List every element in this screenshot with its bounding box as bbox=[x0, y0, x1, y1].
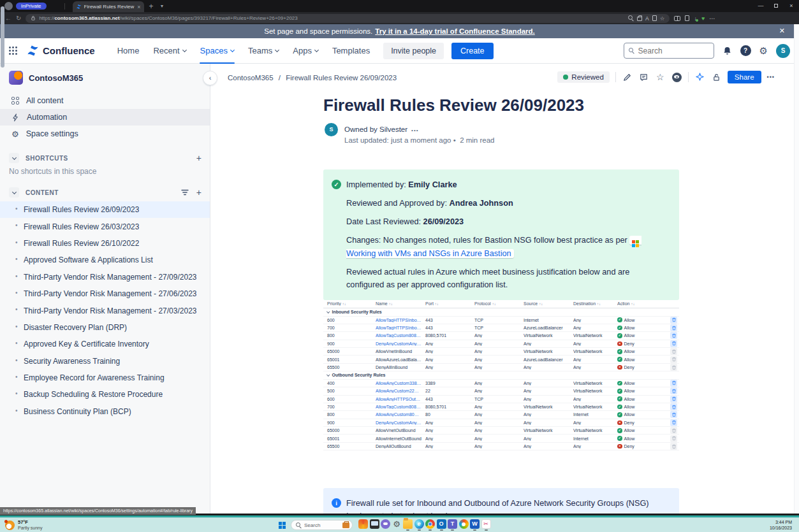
create-button[interactable]: Create bbox=[451, 43, 494, 59]
delete-rule-button[interactable] bbox=[670, 317, 677, 324]
delete-rule-button[interactable] bbox=[670, 340, 677, 347]
delete-rule-button[interactable] bbox=[670, 396, 677, 403]
file-explorer-icon[interactable] bbox=[403, 519, 413, 531]
rule-name[interactable]: DenyAllOutBound bbox=[376, 444, 425, 449]
rule-name[interactable]: AllowVnetInBound bbox=[376, 349, 425, 354]
device-icon[interactable] bbox=[370, 519, 379, 531]
breadcrumb-page[interactable]: Firewall Rules Review 26/09/2023 bbox=[286, 74, 397, 82]
shortcuts-collapse-icon[interactable] bbox=[9, 153, 19, 163]
col-name[interactable]: Name↑↓ bbox=[376, 301, 425, 306]
search-in-page-icon[interactable] bbox=[628, 15, 634, 21]
sidebar-page-item[interactable]: • Firewall Rules Review 26/03/2023 bbox=[0, 218, 210, 234]
sidebar-page-item[interactable]: • Backup Scheduling & Restore Procedure bbox=[0, 386, 210, 403]
profile-avatar-icon[interactable] bbox=[4, 2, 13, 10]
content-collapse-icon[interactable] bbox=[9, 187, 19, 198]
m365-icon[interactable] bbox=[358, 519, 368, 531]
word-icon[interactable]: W bbox=[470, 519, 480, 531]
notifications-bell-icon[interactable] bbox=[722, 46, 732, 56]
shopping-icon[interactable] bbox=[637, 17, 642, 21]
nav-item-templates[interactable]: Templates bbox=[325, 38, 377, 64]
nav-item-teams[interactable]: Teams bbox=[241, 38, 286, 64]
address-bar[interactable]: https://contosom365.atlassian.net/wiki/s… bbox=[26, 14, 670, 23]
table-group-row[interactable]: Outbound Security Rules bbox=[323, 371, 679, 380]
rule-name[interactable]: AllowTagCustom8080_5701Inbound bbox=[376, 333, 425, 338]
banner-close-icon[interactable]: ✕ bbox=[779, 27, 785, 35]
back-icon[interactable]: ← bbox=[5, 15, 11, 22]
byline-more-icon[interactable]: ••• bbox=[411, 127, 418, 133]
sidebar-item-all-content[interactable]: All content bbox=[0, 92, 210, 109]
delete-rule-button[interactable] bbox=[670, 348, 677, 355]
scrollbar-thumb[interactable] bbox=[1, 6, 4, 68]
invite-people-button[interactable]: Invite people bbox=[383, 43, 444, 59]
owned-by[interactable]: Owned by Silvester bbox=[344, 126, 407, 133]
col-destination[interactable]: Destination↑↓ bbox=[573, 301, 617, 306]
rule-name[interactable]: AllowTagHTTPSInboundInternet bbox=[376, 318, 425, 322]
sidebar-page-item[interactable]: • Firewall Rules Review 26/09/2023 bbox=[0, 201, 210, 218]
rule-name[interactable]: AllowAnyHTTPSOutbound bbox=[376, 397, 425, 401]
start-button[interactable] bbox=[279, 522, 286, 529]
delete-rule-button[interactable] bbox=[670, 364, 677, 371]
chrome-icon[interactable] bbox=[425, 519, 435, 531]
rule-name[interactable]: AllowAnyCustom22Outbound bbox=[376, 389, 425, 393]
tab-list-chevron-icon[interactable]: ▼ bbox=[160, 4, 165, 8]
delete-rule-button[interactable] bbox=[670, 387, 677, 394]
sidebar-page-item[interactable]: • Third-Party Vendor Risk Management - 2… bbox=[0, 285, 210, 302]
sidebar-page-item[interactable]: • Employee Record for Awareness Training bbox=[0, 370, 210, 386]
confluence-logo-icon[interactable] bbox=[26, 44, 40, 57]
sidebar-page-item[interactable]: • Approved Key & Certificate Inventory bbox=[0, 336, 210, 352]
filter-icon[interactable] bbox=[181, 189, 189, 196]
product-name[interactable]: Confluence bbox=[43, 45, 95, 56]
sidebar-item-automation[interactable]: Automation bbox=[0, 109, 210, 126]
rule-name[interactable]: AllowTagHTTPSInbound bbox=[376, 326, 425, 330]
more-actions-button[interactable]: ••• bbox=[767, 74, 775, 80]
search-input[interactable] bbox=[638, 47, 702, 55]
read-aloud-icon[interactable]: A bbox=[645, 14, 649, 23]
browser-menu-icon[interactable]: ⋯ bbox=[709, 15, 715, 22]
add-favorite-icon[interactable] bbox=[652, 15, 657, 21]
delete-rule-button[interactable] bbox=[670, 324, 677, 331]
delete-rule-button[interactable] bbox=[670, 427, 677, 434]
col-action[interactable]: Action↑↓ bbox=[617, 301, 667, 306]
refresh-icon[interactable]: ↻ bbox=[16, 15, 21, 22]
sidebar-page-item[interactable]: • Third-Party Vendor Risk Management - 2… bbox=[0, 269, 210, 285]
sidebar-page-item[interactable]: • Business Continuity Plan (BCP) bbox=[0, 403, 210, 420]
col-protocol[interactable]: Protocol↑↓ bbox=[474, 301, 524, 306]
trial-link[interactable]: Try it in a 14-day trial of Confluence S… bbox=[375, 27, 535, 35]
delete-rule-button[interactable] bbox=[670, 380, 677, 387]
browser-tab[interactable]: Firewall Rules Review 26/09/202 × bbox=[73, 1, 144, 12]
page-scrollbar[interactable] bbox=[794, 24, 799, 514]
taskbar-clock[interactable]: 3:44 PM 10/16/2023 bbox=[770, 520, 792, 531]
comment-button[interactable] bbox=[638, 72, 649, 83]
col-source[interactable]: Source↑↓ bbox=[524, 301, 573, 306]
sidebar-collapse-button[interactable]: ‹ bbox=[203, 71, 217, 85]
nav-item-home[interactable]: Home bbox=[110, 38, 147, 64]
tab-close-icon[interactable]: × bbox=[137, 4, 140, 10]
snipping-tool-icon[interactable]: ✂ bbox=[481, 519, 491, 531]
sidebar-page-item[interactable]: • Disaster Recovery Plan (DRP) bbox=[0, 319, 210, 336]
col-port[interactable]: Port↑↓ bbox=[425, 301, 474, 306]
rule-name[interactable]: AllowInternetOutBound bbox=[376, 436, 425, 441]
restrictions-lock-button[interactable] bbox=[711, 72, 722, 83]
star-button[interactable]: ☆ bbox=[655, 72, 666, 83]
delete-rule-button[interactable] bbox=[670, 419, 677, 426]
ai-sparkle-button[interactable] bbox=[694, 72, 705, 83]
sidebar-item-space-settings[interactable]: ⚙ Space settings bbox=[0, 126, 210, 142]
teams-icon[interactable]: T bbox=[448, 519, 457, 531]
edit-button[interactable] bbox=[622, 72, 633, 83]
settings-gear-icon[interactable]: ⚙ bbox=[759, 45, 768, 56]
space-header[interactable]: ContosoM365 bbox=[9, 71, 83, 85]
delete-rule-button[interactable] bbox=[670, 435, 677, 442]
browser-essentials-icon[interactable]: ♥ bbox=[701, 15, 705, 22]
help-icon[interactable]: ? bbox=[740, 45, 751, 56]
nav-item-recent[interactable]: Recent bbox=[146, 38, 193, 64]
rule-name[interactable]: DenyAllInBound bbox=[376, 365, 425, 370]
delete-rule-button[interactable] bbox=[670, 332, 677, 339]
owner-avatar[interactable]: S bbox=[325, 123, 338, 136]
delete-rule-button[interactable] bbox=[670, 403, 677, 410]
minimize-button[interactable]: — bbox=[753, 0, 768, 12]
rule-name[interactable]: AllowVnetOutBound bbox=[376, 428, 425, 433]
user-avatar[interactable]: S bbox=[776, 44, 790, 58]
maximize-button[interactable] bbox=[768, 0, 784, 12]
split-screen-icon[interactable] bbox=[674, 16, 680, 21]
rule-name[interactable]: AllowTagCustom8080_5701Outbound bbox=[376, 405, 425, 409]
